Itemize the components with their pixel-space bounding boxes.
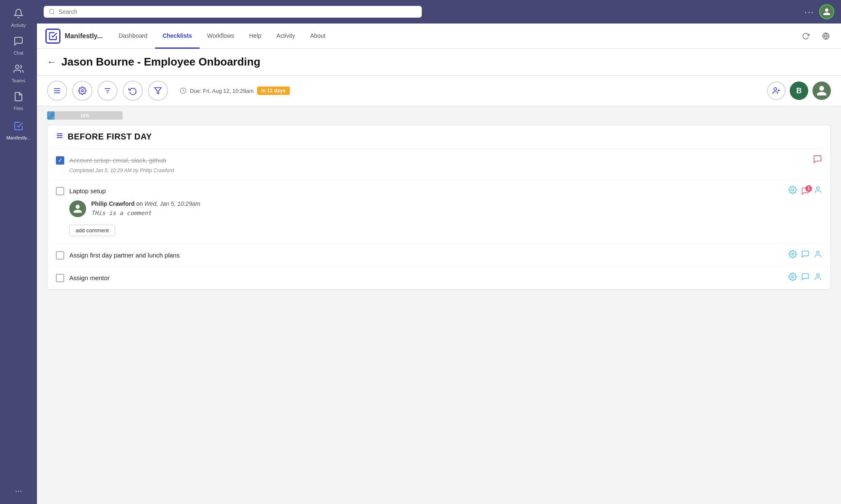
sidebar-more-dots[interactable]: ··· — [15, 486, 22, 496]
comment-content-2: Philip Crawford on Wed, Jan 5, 10:29am T… — [91, 200, 822, 217]
history-button[interactable] — [123, 81, 143, 101]
svg-point-24 — [792, 276, 794, 278]
manifestly-icon — [13, 121, 24, 134]
user-icon-4[interactable] — [814, 273, 822, 283]
files-icon — [13, 92, 24, 104]
checkbox-1[interactable]: ✓ — [56, 156, 64, 165]
comment-block-2: Philip Crawford on Wed, Jan 5, 10:29am T… — [69, 200, 822, 217]
checklist-item-4-row: Assign mentor — [56, 273, 822, 283]
item-1-actions — [813, 155, 822, 166]
page-title: Jason Bourne - Employee Onboarding — [61, 55, 260, 68]
top-bar-right: ··· — [804, 4, 834, 19]
due-badge: in 11 days — [257, 87, 290, 95]
svg-point-23 — [817, 251, 820, 254]
topbar-more-button[interactable]: ··· — [804, 7, 814, 17]
comment-icon-4[interactable] — [801, 273, 809, 283]
comment-text-2: THis is a comment — [91, 210, 822, 216]
nav-help[interactable]: Help — [242, 24, 269, 49]
app-content: Manifestly... Dashboard Checklists Workf… — [37, 24, 841, 504]
checkbox-4[interactable] — [56, 274, 64, 282]
comment-icon-3[interactable] — [801, 250, 809, 260]
progress-label: 10% — [80, 113, 89, 118]
sidebar-item-files[interactable]: Files — [0, 87, 37, 115]
chat-icon — [13, 36, 24, 49]
completed-text-1: Completed Jan 5, 10:29 AM by Philip Craw… — [69, 168, 822, 173]
search-bar-container — [44, 6, 422, 18]
sidebar-item-chat[interactable]: Chat — [0, 32, 37, 60]
list-view-button[interactable] — [47, 81, 67, 101]
search-input[interactable] — [59, 8, 417, 15]
app-header-right — [799, 29, 833, 43]
sidebar-item-chat-label: Chat — [13, 50, 23, 55]
item-label-3: Assign first day partner and lunch plans — [69, 252, 783, 259]
item-4-actions — [788, 273, 822, 283]
item-label-1: Account setup: email, slack, github — [69, 157, 808, 164]
filter-options-button[interactable] — [97, 81, 118, 101]
checklist-item-1: ✓ Account setup: email, slack, github Co… — [47, 149, 830, 180]
progress-bar-fill — [47, 111, 55, 120]
add-user-button[interactable] — [767, 81, 786, 100]
checklist-item-2: Laptop setup — [47, 180, 830, 244]
settings-button[interactable] — [72, 81, 92, 101]
app-header: Manifestly... Dashboard Checklists Workf… — [37, 24, 841, 49]
sidebar-item-manifestly[interactable]: Manifestly... — [0, 117, 37, 144]
left-sidebar: Activity Chat Teams Files — [0, 0, 37, 504]
svg-point-1 — [50, 9, 54, 13]
sidebar-item-teams-label: Teams — [12, 78, 25, 83]
toolbar-right: B — [767, 81, 831, 100]
comment-avatar-2 — [69, 200, 86, 217]
comment-badge-2[interactable]: 1 — [801, 187, 809, 195]
checklist-item-4: Assign mentor — [47, 267, 830, 289]
section-menu-icon — [56, 132, 63, 142]
teams-icon — [13, 64, 24, 76]
section-title: BEFORE FIRST DAY — [68, 132, 152, 142]
svg-point-22 — [792, 253, 794, 255]
app-logo: Manifestly... — [45, 29, 102, 44]
gear-icon-4[interactable] — [788, 273, 797, 283]
svg-line-2 — [53, 13, 55, 14]
add-comment-button-2[interactable]: add comment — [69, 225, 115, 236]
refresh-button[interactable] — [799, 29, 812, 43]
svg-point-21 — [817, 187, 820, 190]
globe-button[interactable] — [819, 29, 833, 43]
item-label-2: Laptop setup — [69, 187, 783, 194]
page-content: ← Jason Bourne - Employee Onboarding — [37, 49, 841, 504]
nav-activity[interactable]: Activity — [269, 24, 302, 49]
nav-dashboard[interactable]: Dashboard — [111, 24, 155, 49]
nav-workflows[interactable]: Workflows — [200, 24, 242, 49]
user-avatar-img[interactable] — [812, 81, 831, 100]
checklist-item-3: Assign first day partner and lunch plans — [47, 244, 830, 267]
nav-about[interactable]: About — [302, 24, 333, 49]
checkbox-3[interactable] — [56, 251, 64, 260]
clock-icon — [180, 87, 187, 94]
sidebar-item-activity[interactable]: Activity — [0, 4, 37, 32]
progress-bar: 10% — [47, 111, 123, 120]
app-logo-icon — [45, 29, 60, 44]
sidebar-item-teams[interactable]: Teams — [0, 60, 37, 87]
main-area: ··· Manifestly... Dashboard — [37, 0, 841, 504]
svg-point-25 — [817, 274, 820, 277]
checklist-item-2-row: Laptop setup — [56, 186, 822, 196]
checklist-item-3-row: Assign first day partner and lunch plans — [56, 250, 822, 260]
comment-count-2: 1 — [805, 185, 812, 192]
svg-point-8 — [81, 90, 84, 92]
search-icon — [49, 8, 55, 15]
sidebar-item-files-label: Files — [13, 106, 23, 111]
svg-point-20 — [792, 189, 794, 191]
gear-icon-2[interactable] — [788, 186, 797, 196]
app-logo-text: Manifestly... — [65, 32, 102, 40]
checkbox-2[interactable] — [56, 187, 64, 195]
user-avatar-b[interactable]: B — [790, 81, 808, 100]
gear-icon-3[interactable] — [788, 250, 797, 260]
sidebar-item-manifestly-label: Manifestly... — [6, 135, 31, 140]
nav-checklists[interactable]: Checklists — [155, 24, 200, 49]
item-2-actions: 1 — [788, 186, 822, 196]
filter-button[interactable] — [148, 81, 168, 101]
checklist-card: BEFORE FIRST DAY ✓ Account setup: email,… — [47, 125, 831, 290]
activity-icon — [13, 8, 24, 21]
comment-icon-1[interactable] — [813, 155, 822, 166]
user-icon-2[interactable] — [814, 186, 822, 196]
user-icon-3[interactable] — [814, 250, 822, 260]
user-avatar-topbar[interactable] — [819, 4, 834, 19]
back-button[interactable]: ← — [47, 57, 56, 68]
